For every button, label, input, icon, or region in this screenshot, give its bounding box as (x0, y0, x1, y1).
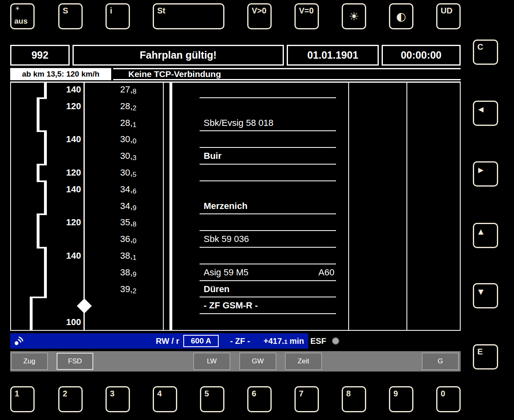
km-divider-thin (163, 81, 164, 331)
current-value-box: 600 A (183, 335, 219, 347)
contrast-icon: ◐ (396, 10, 406, 23)
speed-band-step (37, 130, 47, 132)
s-key[interactable]: S (58, 3, 83, 29)
speed-band-stripe (30, 297, 33, 331)
km-value: 30,3 (84, 148, 136, 165)
i-key[interactable]: i (105, 3, 130, 29)
scroll-down-key[interactable]: ▼ (473, 283, 498, 308)
station-underline (200, 180, 336, 181)
km-value: 28,1 (84, 115, 136, 132)
subheader-row: ab km 13,5: 120 km/h Keine TCP-Verbindun… (10, 68, 461, 80)
speed-band-step (37, 97, 47, 99)
gw-button[interactable]: GW (239, 353, 276, 370)
station-column-divider (348, 81, 349, 331)
number-key-6[interactable]: 6 (247, 386, 272, 412)
scroll-right-key[interactable]: ▶ (473, 161, 498, 187)
speed-band-step (37, 247, 47, 248)
km-value: 38,1 (84, 248, 136, 264)
key-label: C (477, 42, 483, 52)
km-value: 36,0 (84, 231, 136, 248)
speed-value: 120 (10, 214, 81, 231)
e-key[interactable]: E (473, 344, 498, 369)
station-underline (200, 213, 336, 214)
radio-status-bar: RW / r 600 A - ZF - +417.1min (10, 333, 308, 349)
speed-band-step (37, 213, 47, 215)
arrow-left-icon: ◀ (478, 105, 483, 113)
esf-label: ESF (310, 333, 326, 349)
number-key-7[interactable]: 7 (294, 386, 319, 412)
delay-display: +417.1min (264, 333, 304, 350)
scroll-up-key[interactable]: ▲ (473, 223, 498, 248)
km-value: 30,0 (84, 131, 136, 148)
speed-value: 120 (10, 165, 81, 181)
station-label: Buir (204, 148, 222, 165)
speed-band-stripe (44, 181, 47, 215)
km-value: 34,9 (84, 198, 136, 215)
status-row: RW / r 600 A - ZF - +417.1min ESF (10, 333, 461, 349)
zug-button[interactable]: Zug (11, 353, 48, 370)
station-label: Sbk/Evsig 58 018 (204, 115, 273, 132)
key-label: i (110, 6, 112, 15)
station-label: Düren (204, 281, 230, 298)
fsd-button[interactable]: FSD (57, 353, 93, 370)
number-key-4[interactable]: 4 (153, 386, 177, 412)
station-underline (200, 313, 336, 314)
number-key-5[interactable]: 5 (200, 386, 224, 412)
key-label: 3 (110, 389, 114, 398)
key-label: 8 (346, 389, 351, 398)
connection-status-text: Keine TCP-Verbindung (128, 69, 221, 79)
sun-icon: ☀ (349, 10, 359, 23)
number-key-3[interactable]: 3 (105, 386, 130, 412)
number-key-9[interactable]: 9 (389, 386, 413, 412)
v-greater-zero-key[interactable]: V>0 (247, 3, 272, 29)
station-underline (200, 164, 336, 165)
key-label: 2 (63, 389, 67, 398)
st-key[interactable]: St (153, 3, 224, 29)
number-key-2[interactable]: 2 (58, 386, 83, 412)
position-marker-icon (77, 298, 92, 313)
train-number: 992 (10, 45, 70, 66)
speed-band-stripe (37, 98, 40, 132)
brightness-key[interactable]: ☀ (342, 3, 366, 29)
km-value: 28,2 (84, 98, 136, 115)
contrast-key[interactable]: ◐ (389, 3, 413, 29)
number-key-8[interactable]: 8 (342, 386, 366, 412)
header-row: 992 Fahrplan gültig! 01.01.1901 00:00:00 (10, 45, 461, 66)
station-underline (200, 130, 336, 131)
number-key-1[interactable]: 1 (10, 386, 35, 412)
key-label: 1 (15, 389, 19, 398)
g-button[interactable]: G (422, 353, 459, 370)
km-value: 35,8 (84, 214, 136, 231)
speed-restriction-note: ab km 13,5: 120 km/h (10, 68, 111, 80)
key-label: 0 (441, 389, 445, 398)
schedule-status-message: Fahrplan gültig! (72, 45, 284, 66)
station-label: Asig 59 M5 (204, 264, 248, 281)
key-label: V>0 (252, 6, 266, 15)
speed-band-step (37, 180, 47, 182)
speed-band-stripe (44, 131, 47, 165)
arrow-right-icon: ▶ (478, 166, 483, 174)
sun-small-icon: ☀ (15, 5, 20, 12)
key-label: 9 (393, 389, 398, 398)
display-off-key[interactable]: ☀aus (10, 3, 35, 29)
key-label: 6 (252, 389, 256, 398)
km-divider-thick (169, 81, 172, 331)
key-label: S (63, 6, 68, 15)
km-value: 30,5 (84, 165, 136, 181)
station-label: Sbk 59 036 (204, 231, 249, 248)
antenna-icon (13, 336, 24, 348)
speed-band-stripe (44, 81, 47, 98)
key-label: UD (441, 6, 452, 15)
c-key[interactable]: C (473, 40, 498, 65)
speed-band-stripe (44, 248, 47, 297)
km-value: 34,6 (84, 181, 136, 198)
zeit-button[interactable]: Zeit (285, 353, 322, 370)
current-value: 600 A (191, 336, 211, 345)
track-label: A60 (308, 264, 334, 281)
v-equals-zero-key[interactable]: V=0 (294, 3, 319, 29)
lw-button[interactable]: LW (193, 353, 230, 370)
number-key-0[interactable]: 0 (436, 386, 461, 412)
scroll-left-key[interactable]: ◀ (473, 101, 498, 126)
date-display: 01.01.1901 (287, 45, 379, 66)
ud-key[interactable]: UD (436, 3, 461, 29)
